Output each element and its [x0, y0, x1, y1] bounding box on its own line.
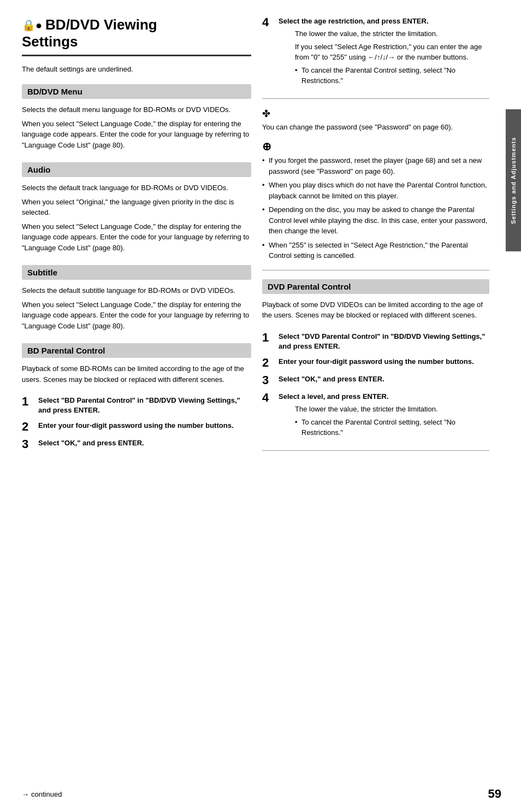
subtitle-p1: Selects the default subtitle language fo… — [22, 285, 251, 296]
warning-section: ⊕ If you forget the password, reset the … — [262, 140, 489, 261]
note-icon: ✤ — [262, 108, 489, 120]
bdvd-menu-section: BD/DVD Menu Selects the default menu lan… — [22, 84, 251, 150]
continued-text: → continued — [22, 790, 62, 798]
bd-parental-intro: Playback of some BD-ROMs can be limited … — [22, 363, 251, 385]
footer-bar: → continued 59 — [22, 787, 501, 801]
bd-parental-intro-text: Playback of some BD-ROMs can be limited … — [22, 363, 251, 385]
dvd-step3-text: Select "OK," and press ENTER. — [279, 374, 384, 384]
audio-p2: When you select "Original," the language… — [22, 197, 251, 218]
page-number: 59 — [488, 787, 501, 801]
title-line2: Settings — [22, 33, 251, 50]
bdvd-menu-header: BD/DVD Menu — [22, 84, 251, 99]
main-content: 🔒● BD/DVD Menu BD/DVD Viewing Settings T… — [0, 0, 506, 812]
note-text: You can change the password (see "Passwo… — [262, 122, 489, 133]
bd-step4-num: 4 — [262, 16, 273, 28]
bd-step1-text: Select "BD Parental Control" in "BD/DVD … — [38, 396, 251, 415]
dvd-step2-text: Enter your four-digit password using the… — [279, 357, 474, 367]
audio-content: Selects the default track language for B… — [22, 183, 251, 253]
dvd-step4-bullets: To cancel the Parental Control setting, … — [295, 417, 489, 438]
warning-bullets: If you forget the password, reset the pl… — [262, 155, 489, 261]
audio-header: Audio — [22, 162, 251, 177]
bd-parental-section: BD Parental Control Playback of some BD-… — [22, 343, 251, 450]
dvd-step4-detail1: The lower the value, the stricter the li… — [295, 404, 489, 415]
dvd-parental-header: DVD Parental Control — [262, 279, 489, 294]
bd-step2-text: Enter your four-digit password using the… — [38, 421, 234, 431]
bd-step-1: 1 Select "BD Parental Control" in "BD/DV… — [22, 396, 251, 415]
bd-parental-steps: 1 Select "BD Parental Control" in "BD/DV… — [22, 396, 251, 450]
bd-step2-num: 2 — [22, 421, 33, 433]
dvd-step4-details: The lower the value, the stricter the li… — [295, 404, 489, 438]
warning-bullet-3: Depending on the disc, you may be asked … — [262, 204, 489, 237]
divider-3 — [262, 450, 489, 451]
warning-bullet-4: When "255" is selected in "Select Age Re… — [262, 240, 489, 261]
bdvd-menu-content: Selects the default menu language for BD… — [22, 104, 251, 150]
bd-step4-section: 4 Select the age restriction, and press … — [262, 16, 489, 86]
note-section: ✤ You can change the password (see "Pass… — [262, 108, 489, 133]
subtitle-section: Subtitle Selects the default subtitle la… — [22, 265, 251, 331]
dvd-step2-num: 2 — [262, 357, 273, 369]
bd-step4: 4 Select the age restriction, and press … — [262, 16, 489, 86]
bd-step4-detail1: The lower the value, the stricter the li… — [295, 28, 489, 39]
title-line1: 🔒● BD/DVD Menu BD/DVD Viewing — [22, 16, 251, 33]
bdvd-menu-p1: Selects the default menu language for BD… — [22, 104, 251, 115]
dvd-step-2: 2 Enter your four-digit password using t… — [262, 357, 489, 369]
audio-p3: When you select "Select Language Code," … — [22, 221, 251, 254]
dvd-step3-num: 3 — [262, 374, 273, 386]
subtitle-p2: When you select "Select Language Code," … — [22, 299, 251, 332]
bd-step3-num: 3 — [22, 438, 33, 450]
dvd-step-1: 1 Select "DVD Parental Control" in "BD/D… — [262, 332, 489, 351]
warning-icon: ⊕ — [262, 140, 489, 153]
dvd-step4-num: 4 — [262, 392, 273, 404]
dvd-step1-text: Select "DVD Parental Control" in "BD/DVD… — [279, 332, 489, 351]
bd-step-3: 3 Select "OK," and press ENTER. — [22, 438, 251, 450]
default-settings-text: The default settings are underlined. — [22, 65, 251, 73]
bd-step4-text: Select the age restriction, and press EN… — [279, 17, 429, 25]
dvd-step-4: 4 Select a level, and press ENTER. The l… — [262, 392, 489, 438]
dvd-parental-intro-text: Playback of some DVD VIDEOs can be limit… — [262, 299, 489, 321]
dvd-parental-steps: 1 Select "DVD Parental Control" in "BD/D… — [262, 332, 489, 438]
dvd-step4-content: Select a level, and press ENTER. The low… — [279, 392, 489, 438]
bd-step4-bullets: To cancel the Parental Control setting, … — [295, 65, 489, 86]
warning-bullet-1: If you forget the password, reset the pl… — [262, 155, 489, 176]
divider-1 — [262, 98, 489, 99]
page-title-block: 🔒● BD/DVD Menu BD/DVD Viewing Settings — [22, 16, 251, 56]
dvd-parental-section: DVD Parental Control Playback of some DV… — [262, 279, 489, 438]
left-column: 🔒● BD/DVD Menu BD/DVD Viewing Settings T… — [22, 16, 251, 796]
warning-bullet-2: When you play discs which do not have th… — [262, 180, 489, 201]
side-tab: Settings and Adjustments — [506, 109, 521, 251]
divider-2 — [262, 270, 489, 270]
dvd-step4-text: Select a level, and press ENTER. — [279, 392, 389, 401]
bd-step4-content: Select the age restriction, and press EN… — [279, 16, 489, 86]
bd-step1-num: 1 — [22, 396, 33, 408]
dvd-step4-bullet1: To cancel the Parental Control setting, … — [295, 417, 489, 438]
subtitle-content: Selects the default subtitle language fo… — [22, 285, 251, 331]
right-column: 4 Select the age restriction, and press … — [262, 16, 489, 796]
lock-icon: 🔒● — [22, 19, 42, 32]
bd-step-2: 2 Enter your four-digit password using t… — [22, 421, 251, 433]
continued-label: continued — [31, 790, 62, 798]
bdvd-menu-p2: When you select "Select Language Code," … — [22, 119, 251, 151]
dvd-step1-num: 1 — [262, 332, 273, 344]
title-main: BD/DVD Viewing — [45, 16, 157, 33]
page-container: Settings and Adjustments 🔒● BD/DVD Menu … — [0, 0, 521, 812]
dvd-parental-intro: Playback of some DVD VIDEOs can be limit… — [262, 299, 489, 321]
audio-p1: Selects the default track language for B… — [22, 183, 251, 193]
bd-step4-details: The lower the value, the stricter the li… — [295, 28, 489, 86]
subtitle-header: Subtitle — [22, 265, 251, 280]
bd-step4-detail2: If you select "Select Age Restriction," … — [295, 42, 489, 63]
dvd-step-3: 3 Select "OK," and press ENTER. — [262, 374, 489, 386]
audio-section: Audio Selects the default track language… — [22, 162, 251, 253]
arrow-right-icon: → — [22, 790, 29, 798]
bd-step4-bullet1: To cancel the Parental Control setting, … — [295, 65, 489, 86]
bd-step3-text: Select "OK," and press ENTER. — [38, 438, 144, 448]
bd-parental-header: BD Parental Control — [22, 343, 251, 358]
